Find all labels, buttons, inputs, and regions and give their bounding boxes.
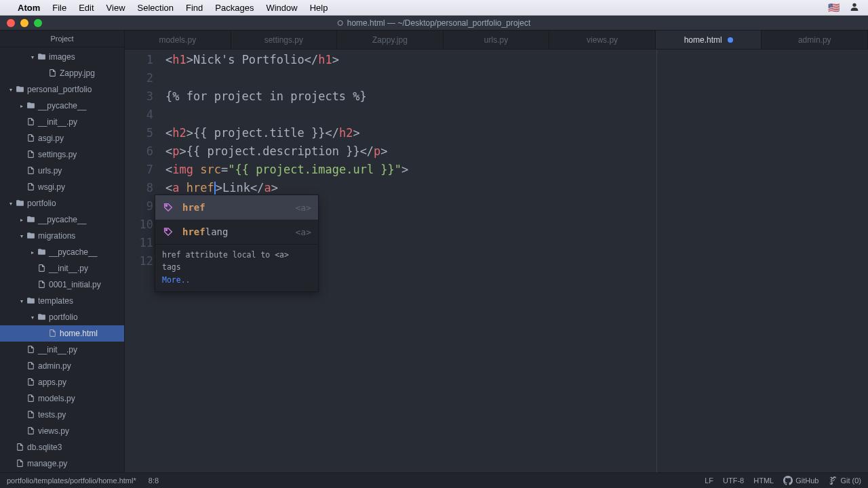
tree-item---pycache--[interactable]: ▸__pycache__: [0, 211, 124, 228]
tree-item-images[interactable]: ▾images: [0, 49, 124, 65]
menu-file[interactable]: File: [52, 3, 66, 13]
tab-admin-py[interactable]: admin.py: [762, 30, 868, 49]
status-github[interactable]: GitHub: [783, 476, 818, 485]
code-content[interactable]: <h1>Nick's Portfolio</h1> {% for project…: [164, 49, 868, 472]
tree-item-portfolio[interactable]: ▾portfolio: [0, 195, 124, 211]
tag-icon: [162, 226, 174, 238]
autocomplete-item[interactable]: href <a>: [155, 195, 318, 220]
autocomplete-more-link[interactable]: More..: [162, 275, 191, 285]
autocomplete-hint: <a>: [296, 199, 311, 217]
modified-dot-icon: [728, 37, 733, 43]
menu-packages[interactable]: Packages: [215, 3, 254, 13]
tree-item---init---py[interactable]: __init__.py: [0, 114, 124, 130]
tree-item-models-py[interactable]: models.py: [0, 390, 124, 407]
menu-find[interactable]: Find: [186, 3, 203, 13]
tree-item-db-sqlite3[interactable]: db.sqlite3: [0, 439, 124, 455]
menu-selection[interactable]: Selection: [138, 3, 174, 13]
file-tree[interactable]: ▾imagesZappy.jpg▾personal_portfolio▸__py…: [0, 47, 124, 472]
tab-zappy-jpg[interactable]: Zappy.jpg: [337, 30, 443, 49]
tree-item-admin-py[interactable]: admin.py: [0, 358, 124, 374]
wrap-guide: [656, 49, 657, 472]
tab-urls-py[interactable]: urls.py: [443, 30, 550, 49]
status-eol[interactable]: LF: [705, 476, 713, 485]
autocomplete-footer: href attribute local to <a> tags More..: [155, 244, 318, 291]
tree-item---pycache--[interactable]: ▸__pycache__: [0, 244, 124, 260]
tree-item-settings-py[interactable]: settings.py: [0, 146, 124, 163]
modified-icon: [338, 20, 343, 26]
tab-views-py[interactable]: views.py: [549, 30, 656, 49]
tag-icon: [162, 201, 174, 214]
menu-help[interactable]: Help: [310, 3, 328, 13]
macos-menubar: Atom File Edit View Selection Find Packa…: [0, 0, 868, 16]
close-button[interactable]: [7, 19, 15, 27]
status-git[interactable]: Git (0): [828, 476, 861, 485]
menu-window[interactable]: Window: [266, 3, 297, 13]
tree-item-asgi-py[interactable]: asgi.py: [0, 130, 124, 146]
tree-item---init---py[interactable]: __init__.py: [0, 260, 124, 277]
tree-item-wsgi-py[interactable]: wsgi.py: [0, 179, 124, 195]
status-bar: portfolio/templates/portfolio/home.html*…: [0, 472, 868, 488]
code-editor[interactable]: 123456789101112 <h1>Nick's Portfolio</h1…: [125, 49, 868, 472]
tree-item-urls-py[interactable]: urls.py: [0, 163, 124, 179]
status-path[interactable]: portfolio/templates/portfolio/home.html*: [7, 476, 136, 485]
tree-item-portfolio[interactable]: ▾portfolio: [0, 309, 124, 325]
autocomplete-item[interactable]: hreflang <a>: [155, 220, 318, 244]
window-titlebar: home.html — ~/Desktop/personal_portfolio…: [0, 16, 868, 30]
github-icon: [783, 476, 793, 485]
status-cursor[interactable]: 8:8: [149, 476, 159, 485]
svg-point-1: [165, 205, 167, 206]
tree-item-views-py[interactable]: views.py: [0, 423, 124, 439]
tree-item-migrations[interactable]: ▾migrations: [0, 228, 124, 244]
minimize-button[interactable]: [20, 19, 28, 27]
tree-item---init---py[interactable]: __init__.py: [0, 342, 124, 358]
status-lang[interactable]: HTML: [753, 476, 774, 485]
tree-item-0001-initial-py[interactable]: 0001_initial.py: [0, 277, 124, 293]
menu-edit[interactable]: Edit: [79, 3, 94, 13]
autocomplete-label: hreflang: [182, 223, 296, 241]
status-encoding[interactable]: UTF-8: [723, 476, 744, 485]
tree-item-personal-portfolio[interactable]: ▾personal_portfolio: [0, 81, 124, 98]
tab-bar: models.pysettings.pyZappy.jpgurls.pyview…: [125, 30, 868, 49]
autocomplete-popup: href <a> hreflang <a> href attribute loc…: [155, 195, 319, 292]
tab-models-py[interactable]: models.py: [125, 30, 231, 49]
tab-home-html[interactable]: home.html: [656, 30, 762, 49]
tree-item-templates[interactable]: ▾templates: [0, 293, 124, 309]
project-sidebar: Project ▾imagesZappy.jpg▾personal_portfo…: [0, 30, 125, 472]
tab-settings-py[interactable]: settings.py: [231, 30, 338, 49]
tree-item-home-html[interactable]: home.html: [0, 325, 124, 342]
autocomplete-hint: <a>: [296, 223, 311, 241]
tree-item-tests-py[interactable]: tests.py: [0, 407, 124, 423]
user-icon[interactable]: [849, 1, 860, 14]
menu-view[interactable]: View: [106, 3, 125, 13]
maximize-button[interactable]: [34, 19, 42, 27]
traffic-lights: [7, 19, 42, 27]
flag-icon[interactable]: 🇺🇸: [828, 2, 840, 13]
autocomplete-label: href: [182, 199, 296, 217]
svg-point-0: [852, 3, 856, 6]
svg-point-2: [165, 229, 167, 230]
tree-item-manage-py[interactable]: manage.py: [0, 455, 124, 472]
window-title: home.html — ~/Desktop/personal_portfolio…: [338, 18, 530, 28]
git-branch-icon: [828, 476, 837, 485]
sidebar-header: Project: [0, 30, 124, 47]
tree-item-apps-py[interactable]: apps.py: [0, 374, 124, 390]
tree-item-zappy-jpg[interactable]: Zappy.jpg: [0, 65, 124, 81]
tree-item---pycache--[interactable]: ▸__pycache__: [0, 98, 124, 114]
menu-app[interactable]: Atom: [18, 3, 40, 13]
